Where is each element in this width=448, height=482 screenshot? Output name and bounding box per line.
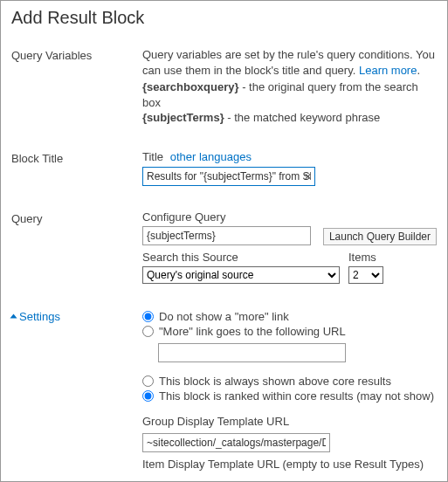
configure-query-input[interactable] xyxy=(142,226,311,245)
search-source-select[interactable]: Query's original source xyxy=(142,266,340,284)
title-field-label: Title xyxy=(142,150,163,163)
group-display-template-label: Group Display Template URL xyxy=(142,415,437,428)
group-display-template-input[interactable] xyxy=(142,433,330,452)
var-desc-2: - the matched keyword phrase xyxy=(224,111,380,124)
close-icon[interactable]: ✕ xyxy=(304,170,312,182)
radio-no-more-link-label[interactable]: Do not show a "more" link xyxy=(159,310,289,323)
section-label-query: Query xyxy=(11,210,142,225)
configure-query-label: Configure Query xyxy=(142,210,437,224)
radio-more-link-url[interactable] xyxy=(142,326,154,337)
settings-toggle-link[interactable]: Settings xyxy=(19,310,60,323)
block-title-input[interactable] xyxy=(142,167,315,186)
radio-above-core-results[interactable] xyxy=(142,375,154,387)
learn-more-link[interactable]: Learn more xyxy=(359,64,417,77)
variable-line: {searchboxquery} - the original query fr… xyxy=(142,79,437,110)
other-languages-link[interactable]: other languages xyxy=(170,150,252,163)
help-text: Query variables are set by the rule's qu… xyxy=(142,47,437,78)
radio-ranked-within-core[interactable] xyxy=(142,390,154,402)
item-display-template-label: Item Display Template URL (empty to use … xyxy=(142,458,437,471)
section-label-query-variables: Query Variables xyxy=(11,47,142,62)
section-label-block-title: Block Title xyxy=(11,150,142,165)
variable-line: {subjectTerms} - the matched keyword phr… xyxy=(142,110,437,126)
radio-ranked-within-core-label[interactable]: This block is ranked within core results… xyxy=(159,389,434,403)
var-name-1: {searchboxquery} xyxy=(142,80,239,93)
search-source-label: Search this Source xyxy=(142,251,340,264)
launch-query-builder-button[interactable]: Launch Query Builder xyxy=(323,228,437,245)
more-link-url-input[interactable] xyxy=(158,343,346,362)
items-label: Items xyxy=(348,251,383,264)
items-select[interactable]: 2 xyxy=(348,266,383,284)
radio-more-link-url-label[interactable]: "More" link goes to the following URL xyxy=(159,325,346,338)
var-name-2: {subjectTerms} xyxy=(142,111,224,124)
radio-no-more-link[interactable] xyxy=(142,311,154,322)
chevron-down-icon[interactable] xyxy=(10,313,17,318)
radio-above-core-results-label[interactable]: This block is always shown above core re… xyxy=(159,375,391,388)
dialog-title: Add Result Block xyxy=(11,8,437,28)
